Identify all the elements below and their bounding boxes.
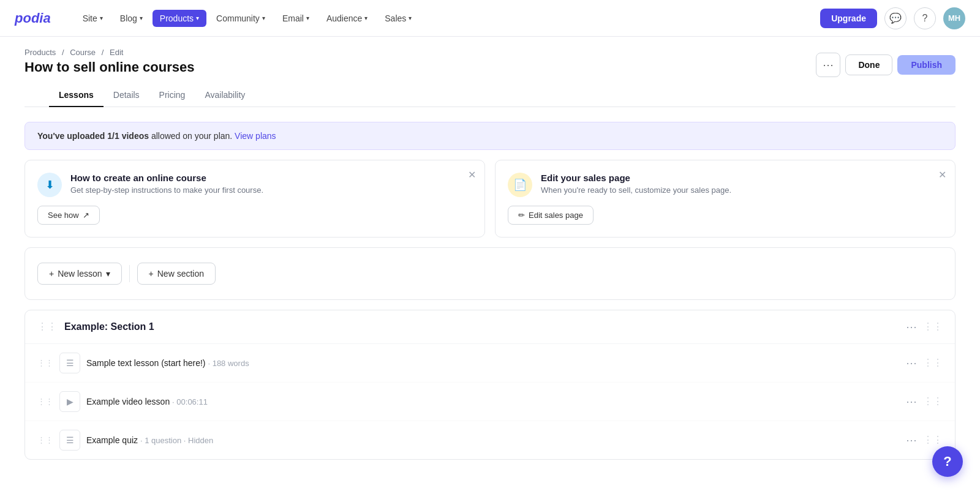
section-title: Example: Section 1 [64, 321, 899, 332]
section-header-actions: ⋯ ⋮⋮ [906, 320, 943, 334]
new-lesson-label: New lesson [58, 269, 102, 279]
nav-products[interactable]: Products ▾ [153, 10, 206, 27]
lesson-1-more-button[interactable]: ⋯ [906, 356, 918, 370]
card-1-title: How to create an online course [70, 173, 263, 183]
main-content: You've uploaded 1/1 videos allowed on yo… [0, 107, 980, 474]
lesson-2-meta: · 00:06:11 [172, 397, 208, 406]
page-header: Products / Course / Edit How to sell onl… [0, 37, 980, 107]
header-left: Products / Course / Edit How to sell onl… [24, 48, 195, 81]
page-title-row: Products / Course / Edit How to sell onl… [24, 48, 956, 81]
new-lesson-button[interactable]: + New lesson ▾ [37, 263, 122, 285]
nav-email-chevron: ▾ [306, 15, 309, 21]
quiz-lesson-icon: ☰ [59, 430, 80, 451]
how-to-create-close-button[interactable]: ✕ [468, 169, 476, 181]
download-icon: ⬇ [37, 173, 62, 197]
help-fab-button[interactable]: ? [932, 446, 963, 474]
nav-blog[interactable]: Blog ▾ [113, 10, 150, 27]
nav-sales-label: Sales [385, 13, 406, 23]
lesson-1-meta-text: 188 words [213, 359, 249, 368]
publish-button[interactable]: Publish [897, 55, 956, 75]
lesson-3-title: Example quiz [86, 435, 138, 445]
more-options-button[interactable]: ⋯ [816, 53, 840, 77]
chat-icon-button[interactable]: 💬 [884, 7, 907, 29]
lesson-2-more-button[interactable]: ⋯ [906, 395, 918, 408]
nav-audience-chevron: ▾ [364, 15, 368, 21]
nav-community[interactable]: Community ▾ [209, 10, 273, 27]
lesson-1-drag-handle[interactable]: ⋮⋮ [37, 358, 53, 367]
lesson-3-info[interactable]: Example quiz · 1 question · Hidden [86, 435, 900, 445]
done-button[interactable]: Done [845, 54, 892, 75]
header-actions: ⋯ Done Publish [816, 53, 956, 77]
breadcrumb-sep-2: / [102, 48, 104, 57]
breadcrumb: Products / Course / Edit [24, 48, 195, 57]
nav-community-chevron: ▾ [262, 15, 265, 21]
section-header: ⋮⋮ Example: Section 1 ⋯ ⋮⋮ [25, 310, 955, 344]
card-1-header: ⬇ How to create an online course Get ste… [37, 173, 472, 197]
tab-availability[interactable]: Availability [195, 84, 255, 107]
lesson-2-actions: ⋯ ⋮⋮ [906, 395, 943, 408]
nav-sales-chevron: ▾ [409, 15, 412, 21]
tab-details[interactable]: Details [104, 84, 149, 107]
lesson-3-right-drag[interactable]: ⋮⋮ [923, 434, 943, 446]
lesson-1-right-drag[interactable]: ⋮⋮ [923, 357, 943, 369]
page-title: How to sell online courses [24, 59, 195, 75]
action-divider [129, 265, 130, 282]
card-2-title: Edit your sales page [541, 173, 731, 183]
nav-right: Upgrade 💬 ? MH [820, 7, 965, 29]
breadcrumb-course[interactable]: Course [70, 48, 96, 57]
nav-audience[interactable]: Audience ▾ [319, 10, 375, 27]
lesson-actions-row: + New lesson ▾ + New section [24, 247, 956, 300]
nav-products-chevron: ▾ [196, 15, 199, 21]
see-how-label: See how [48, 211, 79, 220]
plus-icon-2: + [149, 269, 154, 279]
help-icon-button[interactable]: ? [914, 7, 936, 29]
section-more-button[interactable]: ⋯ [906, 320, 918, 334]
nav-email-label: Email [282, 13, 304, 23]
edit-icon: ✏ [518, 211, 525, 220]
section-right-drag[interactable]: ⋮⋮ [923, 321, 943, 332]
section-drag-handle[interactable]: ⋮⋮ [37, 321, 57, 332]
document-icon: 📄 [508, 173, 532, 197]
lesson-3-drag-handle[interactable]: ⋮⋮ [37, 435, 53, 444]
text-icon: ☰ [66, 358, 74, 368]
edit-sales-close-button[interactable]: ✕ [938, 169, 946, 181]
new-section-label: New section [157, 269, 204, 279]
lesson-row: ⋮⋮ ▶ Example video lesson · 00:06:11 ⋯ ⋮… [25, 383, 955, 421]
lesson-1-meta: · 188 words [208, 359, 249, 368]
upgrade-button[interactable]: Upgrade [820, 9, 877, 28]
banner-bold-text: You've uploaded 1/1 videos [37, 131, 149, 141]
topnav: podia Site ▾ Blog ▾ Products ▾ Community… [0, 0, 980, 37]
info-cards: ✕ ⬇ How to create an online course Get s… [24, 160, 956, 238]
view-plans-link[interactable]: View plans [235, 131, 276, 141]
logo[interactable]: podia [15, 10, 51, 26]
new-section-button[interactable]: + New section [137, 263, 216, 285]
breadcrumb-products[interactable]: Products [24, 48, 56, 57]
plus-icon: + [49, 269, 54, 279]
card-1-description: Get step-by-step instructions to make yo… [70, 185, 263, 195]
section-container: ⋮⋮ Example: Section 1 ⋯ ⋮⋮ ⋮⋮ ☰ Sample t… [24, 310, 956, 460]
lesson-1-info[interactable]: Sample text lesson (start here!) · 188 w… [86, 358, 900, 368]
breadcrumb-edit: Edit [110, 48, 123, 57]
lesson-3-more-button[interactable]: ⋯ [906, 433, 918, 447]
card-1-text: How to create an online course Get step-… [70, 173, 263, 195]
breadcrumb-sep-1: / [62, 48, 64, 57]
see-how-button[interactable]: See how ↗ [37, 206, 100, 225]
avatar[interactable]: MH [943, 7, 965, 29]
lesson-2-info[interactable]: Example video lesson · 00:06:11 [86, 397, 900, 406]
nav-site[interactable]: Site ▾ [75, 10, 110, 27]
lesson-2-meta-text: 00:06:11 [176, 397, 208, 406]
nav-sales[interactable]: Sales ▾ [377, 10, 419, 27]
tab-pricing[interactable]: Pricing [149, 84, 195, 107]
nav-email[interactable]: Email ▾ [275, 10, 317, 27]
lesson-row: ⋮⋮ ☰ Sample text lesson (start here!) · … [25, 344, 955, 383]
tab-lessons[interactable]: Lessons [49, 84, 104, 107]
video-icon: ▶ [67, 397, 74, 406]
lesson-2-right-drag[interactable]: ⋮⋮ [923, 395, 943, 407]
banner-normal-text: allowed on your plan. [151, 131, 232, 141]
lesson-2-drag-handle[interactable]: ⋮⋮ [37, 397, 53, 406]
nav-products-label: Products [160, 13, 194, 23]
card-2-header: 📄 Edit your sales page When you're ready… [508, 173, 943, 197]
edit-sales-page-button[interactable]: ✏ Edit sales page [508, 206, 594, 225]
video-lesson-icon: ▶ [59, 391, 80, 412]
see-how-arrow-icon: ↗ [83, 211, 89, 220]
